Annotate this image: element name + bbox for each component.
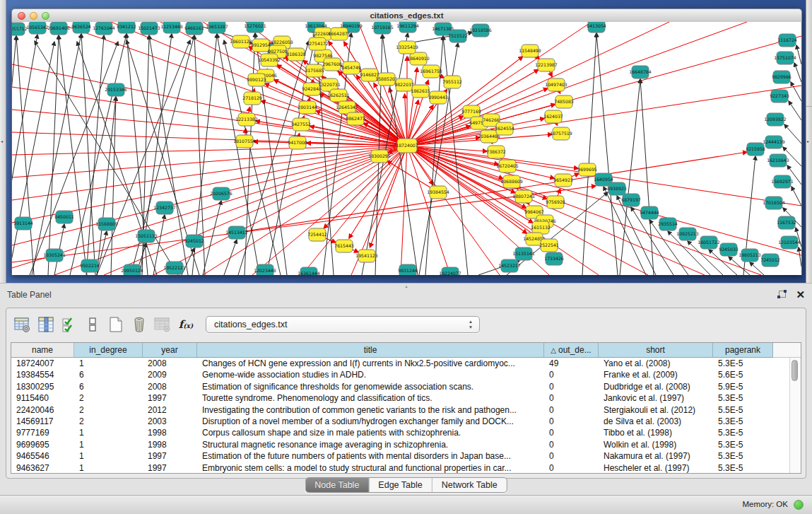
graph-node[interactable]: 12103544 <box>778 236 801 249</box>
graph-node[interactable]: 3913144 <box>13 217 33 230</box>
table-cell-title[interactable]: Investigating the contribution of common… <box>197 404 544 416</box>
table-cell-in_degree[interactable]: 6 <box>74 369 143 380</box>
table-cell-title[interactable]: Corpus callosum shape and size in male p… <box>197 427 544 438</box>
graph-node[interactable]: 9245033 <box>719 243 739 256</box>
table-row[interactable]: 1938455462009Genome-wide association stu… <box>11 369 790 380</box>
graph-node[interactable]: 8427552 <box>291 118 311 131</box>
table-cell-title[interactable]: Estimation of the future numbers of pati… <box>197 450 544 462</box>
graph-node[interactable]: 8186328 <box>286 48 306 61</box>
graph-node[interactable]: 1116724 <box>777 34 797 47</box>
create-column-icon[interactable] <box>107 315 125 334</box>
graph-node[interactable]: 20206576 <box>210 187 233 200</box>
graph-node[interactable]: 12444139 <box>763 136 785 148</box>
table-cell-in_degree[interactable]: 2 <box>74 392 143 404</box>
table-cell-title[interactable]: Estimation of significance thresholds fo… <box>197 381 544 392</box>
table-cell-pagerank[interactable]: 5.3E-5 <box>713 392 773 404</box>
table-row[interactable]: 1830029562008Estimation of significance … <box>11 381 790 392</box>
graph-node[interactable]: 8990443 <box>428 91 448 104</box>
graph-node[interactable]: 18224077 <box>439 267 461 275</box>
graph-node[interactable]: 7955112 <box>442 76 462 88</box>
table-scrollbar[interactable] <box>789 358 801 473</box>
graph-node[interactable]: 13325419 <box>396 41 418 54</box>
graph-node[interactable]: 15751074 <box>774 52 796 64</box>
graph-node[interactable]: 15021473 <box>138 22 160 35</box>
table-cell-short[interactable]: Yano et al. (2008) <box>599 358 713 369</box>
table-cell-name[interactable]: 9777169 <box>11 427 74 438</box>
graph-node[interactable]: 15051133 <box>135 230 158 243</box>
graph-node[interactable]: 9831244 <box>398 264 418 275</box>
table-cell-title[interactable]: Genome-wide association studies in ADHD. <box>197 369 544 380</box>
delete-column-icon[interactable] <box>130 315 148 334</box>
graph-node[interactable]: 9417008 <box>288 136 307 149</box>
graph-node[interactable]: 16051722 <box>698 236 720 249</box>
table-cell-out_degree[interactable]: 0 <box>544 392 599 404</box>
graph-node[interactable]: 10688609 <box>500 175 523 188</box>
table-row[interactable]: 946362711997Embryonic stem cells: a mode… <box>11 462 790 473</box>
table-cell-in_degree[interactable]: 1 <box>74 427 143 438</box>
table-cell-name[interactable]: 14569117 <box>11 416 74 427</box>
graph-node[interactable]: 11568809 <box>95 218 118 230</box>
table-row[interactable]: 1456911722003Disruption of a novel membe… <box>11 416 790 427</box>
table-cell-year[interactable]: 2008 <box>143 381 197 392</box>
graph-node[interactable]: 6466161 <box>184 22 204 35</box>
table-cell-title[interactable]: Changes of HCN gene expression and I(f) … <box>197 358 544 369</box>
graph-node[interactable]: 1733426 <box>544 252 564 265</box>
table-scrollbar-thumb[interactable] <box>792 360 798 381</box>
table-cell-out_degree[interactable]: 0 <box>544 462 599 473</box>
graph-node[interactable]: 9862477 <box>346 112 365 125</box>
table-cell-title[interactable]: Disruption of a novel member of a sodium… <box>197 416 544 427</box>
graph-node[interactable]: 9474444 <box>640 206 659 219</box>
graph-node[interactable]: 15692971 <box>771 175 794 188</box>
table-cell-out_degree[interactable]: 0 <box>544 404 599 416</box>
graph-node[interactable]: 17016504 <box>763 197 785 209</box>
graph-node[interactable]: 9777169 <box>461 105 481 118</box>
column-header-out_degree[interactable]: △out_de... <box>544 343 599 358</box>
graph-node[interactable]: 12213987 <box>535 59 558 71</box>
column-header-year[interactable]: year <box>143 343 197 358</box>
table-cell-in_degree[interactable]: 1 <box>74 439 143 450</box>
graph-node[interactable]: 18601128 <box>230 35 252 48</box>
table-cell-name[interactable]: 9463627 <box>11 462 74 473</box>
table-cell-short[interactable]: Stergiakouli et al. (2012) <box>599 404 713 416</box>
graph-node[interactable]: 19522121 <box>163 262 186 274</box>
table-cell-in_degree[interactable]: 1 <box>74 450 143 462</box>
graph-node[interactable]: 16720405 <box>496 160 519 173</box>
graph-node[interactable]: 8450011 <box>54 211 74 223</box>
table-cell-in_degree[interactable]: 6 <box>74 381 143 392</box>
table-cell-year[interactable]: 1997 <box>143 462 197 473</box>
table-cell-out_degree[interactable]: 0 <box>544 439 599 450</box>
graph-node[interactable]: 12023448 <box>254 264 276 275</box>
zoom-button[interactable] <box>42 12 49 20</box>
graph-node[interactable]: 8341212 <box>117 22 136 33</box>
graph-node[interactable]: 11548498 <box>519 45 541 57</box>
tab-node-table[interactable]: Node Table <box>305 478 369 492</box>
graph-node[interactable]: 20950124 <box>121 264 143 275</box>
graph-node[interactable]: 1624037 <box>543 110 563 123</box>
graph-node[interactable]: 7386372 <box>486 146 506 158</box>
network-canvas[interactable]: 1405571218565342206914069636524127610448… <box>11 22 802 275</box>
graph-node[interactable]: 10719165 <box>371 22 394 34</box>
table-cell-name[interactable]: 9465546 <box>11 450 74 462</box>
table-cell-in_degree[interactable]: 2 <box>74 404 143 416</box>
window-resize-grip[interactable] <box>12 22 21 31</box>
left-panel-collapse-rail[interactable]: ◂ <box>0 0 6 283</box>
table-cell-year[interactable]: 1998 <box>143 427 197 438</box>
graph-node[interactable]: 19384554 <box>427 186 449 199</box>
graph-node[interactable]: 7245012 <box>760 254 780 267</box>
table-cell-out_degree[interactable]: 0 <box>544 416 599 427</box>
graph-node[interactable]: 10543392 <box>258 54 281 66</box>
graph-node[interactable]: 12761044 <box>93 22 115 35</box>
table-cell-name[interactable]: 22420046 <box>11 404 74 416</box>
graph-node[interactable]: 9654923 <box>553 174 573 187</box>
graph-node[interactable]: 12645347 <box>336 101 358 114</box>
table-cell-name[interactable]: 18724007 <box>11 358 74 369</box>
table-cell-year[interactable]: 2009 <box>143 369 197 380</box>
graph-node[interactable]: 2935514 <box>658 218 678 230</box>
graph-node[interactable]: 12093822 <box>764 113 787 126</box>
graph-node[interactable]: 6879197 <box>621 194 641 206</box>
collapse-left-icon[interactable]: ◂ <box>1 139 3 144</box>
graph-node[interactable]: 19541123 <box>355 250 378 262</box>
graph-node[interactable]: 11253448 <box>160 22 183 33</box>
graph-node[interactable]: 16262511 <box>327 89 350 102</box>
graph-node[interactable]: 10497403 <box>545 78 567 91</box>
